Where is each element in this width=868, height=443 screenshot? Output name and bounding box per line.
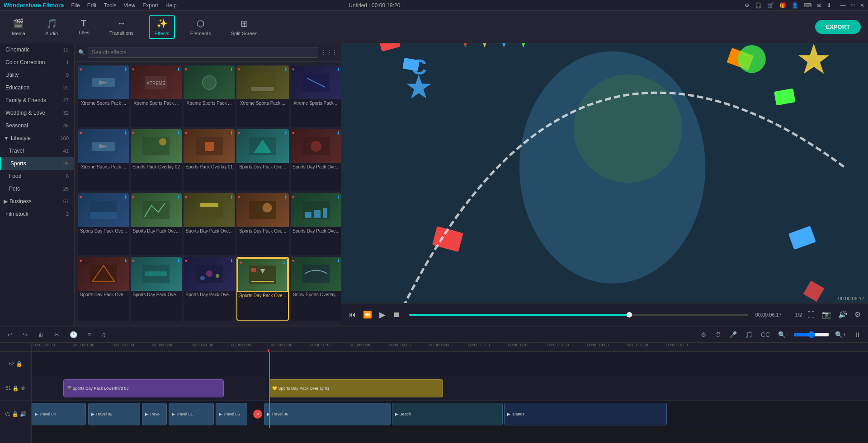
sidebar-item-family-friends[interactable]: Family & Friends 27: [0, 94, 74, 107]
audio-clip-button[interactable]: ♫: [98, 330, 108, 340]
stop-button[interactable]: ⏹: [391, 309, 402, 321]
track-3-speaker-icon[interactable]: 🔊: [20, 411, 27, 417]
track-1-lock-icon[interactable]: 🔒: [16, 361, 23, 367]
clip-travel-05[interactable]: ▶ Travel 05: [216, 403, 247, 425]
toolbar-split-screen[interactable]: ⊞ Split Screen: [226, 16, 262, 38]
search-input[interactable]: [88, 47, 318, 58]
download-icon[interactable]: ⬇: [827, 2, 831, 9]
effect-item-16[interactable]: ♥ ⬇ Sports Day Pack Ove...: [78, 257, 129, 321]
minimize-button[interactable]: —: [840, 2, 846, 9]
menu-edit[interactable]: Edit: [87, 2, 97, 9]
track-2-eye-icon[interactable]: 👁: [20, 385, 26, 392]
sidebar-item-utility[interactable]: Utility 9: [0, 69, 74, 81]
zoom-in-button[interactable]: 🔍+: [832, 330, 849, 340]
clip-travel-01[interactable]: ▶ Travel 01: [169, 403, 214, 425]
volume-button[interactable]: 🔊: [836, 308, 849, 321]
menu-view[interactable]: View: [123, 2, 135, 9]
history-button[interactable]: 🕐: [67, 330, 80, 340]
snapshot-button[interactable]: 📷: [820, 308, 833, 321]
sidebar-item-travel[interactable]: Travel 41: [0, 145, 74, 157]
effect-item-20[interactable]: ♥ ⬇ Snow Sports Overlay...: [291, 257, 341, 321]
properties-button[interactable]: ≡: [85, 330, 94, 340]
clip-travel-02[interactable]: ▶ Travel 02: [88, 403, 140, 425]
toolbar-transitions[interactable]: ↔ Transitions: [105, 16, 138, 37]
clip-sports-day-overlay[interactable]: 💛 Sports Day Pack Overlay 01: [269, 379, 443, 397]
menu-help[interactable]: Help: [165, 2, 177, 9]
effect-item-11[interactable]: ♥ ⬇ Sports Day Pack Ove...: [78, 193, 129, 255]
zoom-out-button[interactable]: 🔍-: [775, 330, 791, 340]
effect-item-10[interactable]: ♥ ⬇ Sports Day Pack Ove...: [291, 129, 341, 191]
sidebar-item-education[interactable]: Education 22: [0, 81, 74, 94]
clip-travel-short[interactable]: ▶ Trave: [142, 403, 167, 425]
toolbar-media[interactable]: 🎬 Media: [7, 16, 30, 38]
headphone-icon[interactable]: 🎧: [755, 2, 762, 9]
sidebar-item-pets[interactable]: Pets 25: [0, 182, 74, 195]
effect-item-1[interactable]: ♥ ⬇ Xtreme Sports Pack ...: [78, 65, 129, 127]
toolbar-elements[interactable]: ⬡ Elements: [186, 16, 216, 38]
undo-button[interactable]: ↩: [5, 330, 15, 340]
effect-item-9[interactable]: ♥ ⬇ Sports Day Pack Ove...: [236, 129, 289, 191]
effect-item-4[interactable]: ♥ ⬇ Xtreme Sports Pack ...: [236, 65, 289, 127]
clip-beach[interactable]: ▶ Beach: [392, 403, 503, 425]
effect-item-2[interactable]: ♥ ⬇ XTREME Xtreme Sports Pack ...: [131, 65, 182, 127]
speed-button[interactable]: ⏱: [712, 330, 724, 340]
toolbar-effects[interactable]: ✨ Effects: [149, 15, 175, 39]
cart-icon[interactable]: 🛒: [767, 2, 774, 9]
clip-islands[interactable]: ▶ Islands: [504, 403, 667, 425]
redo-button[interactable]: ↪: [20, 330, 31, 340]
effect-item-13[interactable]: ♥ ⬇ Sports Day Pack Ove...: [184, 193, 235, 255]
effect-item-8[interactable]: ♥ ⬇ Sports Pack Overlay 01: [184, 129, 235, 191]
effect-item-19[interactable]: ♥ ⬇ Sports Day Pack Ove...: [236, 257, 289, 321]
menu-file[interactable]: File: [71, 2, 80, 9]
sidebar-item-business[interactable]: ▶ Business 57: [0, 195, 74, 208]
track-content-area[interactable]: 00:00:00:00 00:00:01:00 00:00:02:00 00:0…: [32, 343, 868, 443]
fullscreen-button[interactable]: ⛶: [806, 309, 816, 321]
effect-item-14[interactable]: ♥ ⬇ Sports Day Pack Ove...: [236, 193, 289, 255]
sidebar-item-wedding-love[interactable]: Wedding & Love 32: [0, 107, 74, 119]
track-3-lock-icon[interactable]: 🔒: [12, 411, 19, 417]
render-button[interactable]: ⚙: [698, 330, 709, 340]
menu-export[interactable]: Export: [142, 2, 158, 9]
grid-options-icon[interactable]: ⋮⋮⋮: [321, 49, 337, 56]
play-button[interactable]: ▶: [377, 308, 387, 322]
effect-item-18[interactable]: ♥ ⬇ Sports Day Pack Ove...: [184, 257, 235, 321]
delete-button[interactable]: 🗑: [35, 330, 47, 340]
clip-travel-04[interactable]: ▶ Travel 04: [32, 403, 86, 425]
effect-item-7[interactable]: ♥ ⬇ Sports Pack Overlay 02: [131, 129, 182, 191]
close-button[interactable]: ✕: [860, 2, 864, 9]
settings-icon[interactable]: ⚙: [745, 2, 750, 9]
play-back-button[interactable]: ⏮: [347, 309, 358, 321]
sidebar-item-lifestyle[interactable]: ▼ Lifestyle 100: [0, 132, 74, 145]
sidebar-item-food[interactable]: Food 6: [0, 170, 74, 182]
effect-item-6[interactable]: ♥ ⬇ Xtreme Sports Pack ...: [78, 129, 129, 191]
menu-tools[interactable]: Tools: [104, 2, 116, 9]
effect-item-15[interactable]: ♥ ⬇ Sports Day Pack Ove...: [291, 193, 341, 255]
track-2-lock-icon[interactable]: 🔒: [12, 385, 19, 392]
gift-icon[interactable]: 🎁: [779, 2, 786, 9]
progress-bar[interactable]: [409, 314, 748, 316]
settings-button[interactable]: ⚙: [853, 308, 863, 321]
pause-render-button[interactable]: ⏸: [852, 330, 863, 340]
maximize-button[interactable]: □: [851, 2, 854, 9]
effect-item-12[interactable]: ♥ ⬇ Sports Day Pack Ove...: [131, 193, 182, 255]
export-button[interactable]: EXPORT: [815, 20, 861, 34]
sidebar-item-filmstock[interactable]: Filmstock 2: [0, 208, 74, 220]
toolbar-audio[interactable]: 🎵 Audio: [41, 16, 62, 38]
user-icon[interactable]: 👤: [792, 2, 798, 9]
sidebar-item-color-correction[interactable]: Color Correction 1: [0, 56, 74, 69]
effect-item-5[interactable]: ♥ ⬇ Xtreme Sports Pack ...: [291, 65, 341, 127]
sidebar-item-sports[interactable]: Sports 28: [0, 157, 74, 170]
caption-button[interactable]: CC: [758, 330, 773, 340]
keyboard-icon[interactable]: ⌨: [804, 2, 811, 9]
sidebar-item-cinematic[interactable]: Cinematic 12: [0, 43, 74, 56]
clip-travel-06[interactable]: ▶ Travel 06: [264, 403, 391, 425]
cut-button[interactable]: ✂: [52, 330, 62, 340]
zoom-slider[interactable]: [793, 330, 830, 340]
mail-icon[interactable]: ✉: [817, 2, 821, 9]
playhead[interactable]: [269, 352, 270, 428]
audio-fx-button[interactable]: 🎵: [742, 330, 755, 340]
mic-button[interactable]: 🎤: [726, 330, 740, 340]
effect-item-17[interactable]: ♥ ⬇ Sports Day Pack Ove...: [131, 257, 182, 321]
sidebar-item-seasonal[interactable]: Seasonal 46: [0, 119, 74, 132]
effect-item-3[interactable]: ♥ ⬇ Xtreme Sports Pack ...: [184, 65, 235, 127]
